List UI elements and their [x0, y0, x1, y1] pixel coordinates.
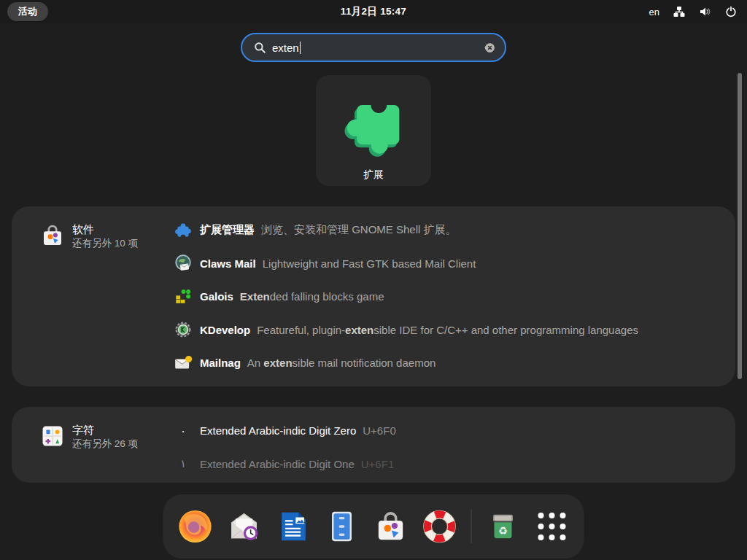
result-description: Lightweight and Fast GTK based Mail Clie…: [263, 257, 476, 270]
search-result-row[interactable]: Claws MailLightweight and Fast GTK based…: [174, 247, 721, 281]
extension-manager-icon: [174, 221, 193, 240]
search-results-panel-characters: 字符 还有另外 26 项 ۰Extended Arabic-indic Digi…: [12, 407, 735, 483]
search-result-row[interactable]: GaloisExtended falling blocks game: [174, 280, 721, 314]
firefox-icon[interactable]: [177, 508, 214, 545]
provider-more-count: 还有另外 26 项: [72, 437, 138, 451]
search-result-row[interactable]: ۱Extended Arabic-indic Digit OneU+6F1: [174, 448, 721, 481]
provider-software[interactable]: 软件 还有另外 10 项: [39, 222, 138, 251]
software-result-list: 扩展管理器浏览、安装和管理 GNOME Shell 扩展。Claws MailL…: [174, 214, 721, 380]
unicode-codepoint: U+6F1: [361, 458, 394, 470]
claws-mail-icon: [174, 254, 193, 273]
character-glyph: ۱: [174, 454, 193, 473]
provider-more-count: 还有另外 10 项: [72, 236, 138, 251]
vertical-scrollbar[interactable]: [738, 73, 742, 379]
system-status-area[interactable]: en: [649, 0, 737, 23]
dock-separator: [471, 510, 472, 543]
search-result-row[interactable]: KDevelopFeatureful, plugin-extensible ID…: [174, 314, 721, 347]
text-caret: [300, 42, 301, 54]
power-icon: [725, 6, 737, 18]
app-grid-button[interactable]: [533, 508, 571, 545]
characters-result-list: ۰Extended Arabic-indic Digit ZeroU+6F0۱E…: [174, 414, 721, 481]
result-name: Extended Arabic-indic Digit Zero: [200, 424, 356, 437]
result-description: Featureful, plugin-extensible IDE for C/…: [257, 324, 638, 336]
network-wired-icon: [673, 6, 685, 18]
unicode-codepoint: U+6F0: [363, 424, 395, 437]
files-icon[interactable]: [323, 508, 361, 545]
result-name: KDevelop: [200, 324, 250, 336]
provider-title: 软件: [72, 222, 138, 236]
result-name: Mailnag: [200, 357, 241, 369]
result-name: Claws Mail: [200, 257, 256, 270]
top-result-extensions-app[interactable]: 扩展: [316, 75, 431, 186]
search-results-panel-software: 软件 还有另外 10 项 扩展管理器浏览、安装和管理 GNOME Shell 扩…: [12, 206, 735, 386]
kdevelop-icon: [174, 320, 193, 339]
search-result-row[interactable]: MailnagAn extensible mail notification d…: [174, 346, 721, 380]
clear-entry-icon[interactable]: [484, 42, 496, 54]
top-result-label: 扩展: [363, 168, 384, 182]
activities-button[interactable]: 活动: [7, 2, 48, 21]
search-result-row[interactable]: 扩展管理器浏览、安装和管理 GNOME Shell 扩展。: [174, 214, 721, 247]
result-name: 扩展管理器: [200, 223, 255, 237]
extensions-puzzle-icon: [336, 75, 411, 161]
help-lifebuoy-icon[interactable]: [421, 508, 459, 545]
result-name: Extended Arabic-indic Digit One: [200, 458, 355, 470]
app-grid-icon: [538, 513, 566, 540]
clock-date[interactable]: 11月2日 15:47: [341, 5, 406, 18]
top-bar: 活动 11月2日 15:47 en: [0, 0, 747, 23]
libreoffice-writer-icon[interactable]: [274, 508, 312, 545]
result-description: An extensible mail notification daemon: [247, 357, 436, 369]
result-name: Galois: [200, 290, 233, 303]
characters-app-icon: [39, 423, 66, 449]
dash-dock: ♻: [163, 494, 584, 559]
galois-icon: [174, 287, 193, 306]
volume-icon: [699, 6, 711, 18]
provider-title: 字符: [72, 423, 138, 437]
software-store-icon[interactable]: [372, 508, 410, 545]
evolution-mail-icon[interactable]: [225, 508, 263, 545]
trash-recycle-bin-icon[interactable]: ♻: [484, 508, 522, 545]
mailnag-icon: [174, 354, 193, 373]
keyboard-layout-indicator[interactable]: en: [649, 7, 659, 18]
result-description: 浏览、安装和管理 GNOME Shell 扩展。: [261, 223, 457, 237]
character-glyph: ۰: [174, 421, 193, 440]
software-store-icon: [39, 222, 66, 249]
search-icon: [254, 42, 266, 54]
search-input[interactable]: exten: [241, 33, 506, 62]
search-result-row[interactable]: ۰Extended Arabic-indic Digit ZeroU+6F0: [174, 414, 721, 448]
svg-text:♻: ♻: [498, 525, 508, 537]
result-description: Extended falling blocks game: [240, 290, 384, 303]
provider-characters[interactable]: 字符 还有另外 26 项: [39, 423, 138, 451]
search-query-text: exten: [272, 42, 299, 54]
